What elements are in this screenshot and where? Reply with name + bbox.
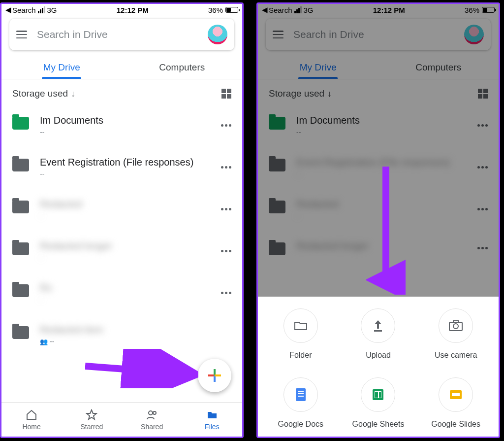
search-placeholder[interactable]: Search in Drive <box>37 29 208 40</box>
nav-starred[interactable]: Starred <box>62 403 122 437</box>
tab-computers[interactable]: Computers <box>122 55 243 79</box>
file-name: Im Documents <box>40 115 221 126</box>
folder-icon <box>12 284 29 297</box>
list-item[interactable]: Redacted longer - <box>1 234 242 275</box>
file-meta: - <box>40 212 221 220</box>
sort-arrow-icon[interactable]: ↓ <box>71 89 75 99</box>
more-icon[interactable] <box>477 166 488 169</box>
battery-icon <box>482 7 495 13</box>
file-name: Redacted longer <box>296 240 477 252</box>
sheet-item-camera[interactable]: Use camera <box>417 308 495 360</box>
plus-icon <box>208 369 221 382</box>
tab-my-drive[interactable]: My Drive <box>1 55 122 79</box>
svg-rect-4 <box>374 330 382 332</box>
list-item[interactable]: Rx - <box>1 275 242 317</box>
sheet-item-upload[interactable]: Upload <box>340 308 417 360</box>
sheet-item-slides[interactable]: Google Slides <box>417 377 495 429</box>
sheet-label: Folder <box>289 351 312 360</box>
clock: 12:12 PM <box>314 6 465 14</box>
more-icon[interactable] <box>477 208 488 210</box>
status-bar: ◀ Search 3G 12:12 PM 36% <box>258 4 499 16</box>
folder-icon <box>269 242 285 255</box>
clock: 12:12 PM <box>57 6 208 14</box>
list-item[interactable]: Event Registration (File responses) -- <box>1 150 242 192</box>
tab-computers[interactable]: Computers <box>378 55 499 79</box>
sheet-item-docs[interactable]: Google Docs <box>262 377 340 429</box>
network-label: 3G <box>47 6 57 14</box>
nav-home[interactable]: Home <box>1 403 62 437</box>
tab-my-drive[interactable]: My Drive <box>258 55 378 79</box>
more-icon[interactable] <box>221 166 231 169</box>
view-grid-icon[interactable] <box>478 89 488 99</box>
more-icon[interactable] <box>221 292 231 294</box>
more-icon[interactable] <box>221 208 231 210</box>
shared-icon: 👥 <box>40 338 48 345</box>
file-meta: -- <box>40 128 221 136</box>
list-item[interactable]: Redacted - <box>1 192 242 234</box>
sheet-label: Upload <box>366 351 391 360</box>
search-placeholder[interactable]: Search in Drive <box>293 29 464 40</box>
more-icon[interactable] <box>477 124 488 127</box>
sheet-item-folder[interactable]: Folder <box>262 308 340 360</box>
menu-icon[interactable] <box>273 31 284 38</box>
folder-icon <box>269 201 285 213</box>
back-app-label[interactable]: Search <box>269 6 292 14</box>
nav-shared[interactable]: Shared <box>122 403 182 437</box>
view-grid-icon[interactable] <box>221 89 231 99</box>
list-item[interactable]: Redacted- <box>258 192 499 234</box>
sheets-icon <box>373 389 383 400</box>
sort-label[interactable]: Storage used <box>269 88 324 99</box>
sort-row[interactable]: Storage used ↓ <box>258 79 499 108</box>
nav-files[interactable]: Files <box>182 403 242 437</box>
nav-label: Shared <box>141 423 163 431</box>
svg-point-1 <box>149 411 153 415</box>
more-icon[interactable] <box>477 247 488 249</box>
file-list[interactable]: Im Documents -- Event Registration (File… <box>1 108 242 402</box>
file-meta: 👥-- <box>40 338 231 345</box>
sort-label[interactable]: Storage used <box>12 88 68 99</box>
more-icon[interactable] <box>221 250 231 252</box>
folder-icon <box>12 242 29 255</box>
list-item[interactable]: Redacted item 👥-- <box>1 317 242 359</box>
file-name: Im Documents <box>296 115 477 126</box>
sort-row[interactable]: Storage used ↓ <box>1 79 242 108</box>
sort-arrow-icon[interactable]: ↓ <box>327 89 332 99</box>
menu-icon[interactable] <box>16 31 27 38</box>
nav-label: Starred <box>80 423 103 431</box>
list-item[interactable]: Im Documents -- <box>1 108 242 150</box>
file-name: Event Registration (File responses) <box>40 157 221 168</box>
folder-icon <box>12 159 29 171</box>
nav-label: Home <box>22 423 40 431</box>
network-label: 3G <box>304 6 314 14</box>
signal-icon <box>294 6 302 13</box>
sheet-item-sheets[interactable]: Google Sheets <box>340 377 417 429</box>
nav-label: Files <box>205 423 220 431</box>
file-name: Redacted <box>296 199 477 210</box>
list-item[interactable]: Im Documents-- <box>258 108 499 150</box>
back-caret-icon[interactable]: ◀ <box>5 5 11 14</box>
avatar[interactable] <box>208 25 227 44</box>
tabs: My Drive Computers <box>1 55 242 79</box>
docs-icon <box>296 388 306 401</box>
star-icon <box>86 409 97 421</box>
list-item[interactable]: Redacted longer <box>258 234 499 269</box>
more-icon[interactable] <box>221 124 231 127</box>
list-item[interactable]: Event Registration (File responses)-- <box>258 150 499 192</box>
back-app-label[interactable]: Search <box>12 6 36 14</box>
battery-pct: 36% <box>465 6 479 14</box>
folder-icon <box>206 409 218 421</box>
search-bar[interactable]: Search in Drive <box>266 19 491 50</box>
back-caret-icon[interactable]: ◀ <box>262 5 268 14</box>
upload-icon <box>372 319 384 333</box>
sheet-label: Google Slides <box>431 420 480 429</box>
sheet-label: Google Docs <box>278 420 324 429</box>
search-bar[interactable]: Search in Drive <box>9 19 234 50</box>
avatar[interactable] <box>464 25 484 44</box>
file-name: Rx <box>40 282 221 294</box>
slides-icon <box>450 390 462 399</box>
sheet-label: Use camera <box>435 351 477 360</box>
file-meta: -- <box>296 128 477 136</box>
people-icon <box>146 409 158 421</box>
fab-new-button[interactable] <box>198 359 231 392</box>
folder-icon <box>12 201 29 213</box>
